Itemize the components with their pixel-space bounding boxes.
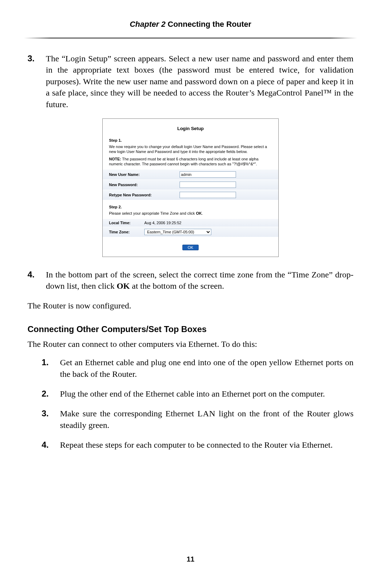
step2-label: Step 2. (109, 205, 272, 209)
step-number: 4. (42, 439, 60, 451)
step-text: In the bottom part of the screen, select… (46, 269, 353, 292)
text-pre: Make sure the corresponding Ethernet (60, 409, 198, 418)
retype-password-input[interactable] (180, 192, 236, 198)
note-body: The password must be at least 6 characte… (109, 157, 259, 166)
step-number: 3. (28, 53, 46, 110)
content: 3. The “Login Setup” screen appears. Sel… (24, 53, 357, 451)
login-setup-panel: Login Setup Step 1. We now require you t… (102, 118, 279, 257)
section-intro: The Router can connect to other computer… (28, 338, 353, 350)
panel-title: Login Setup (103, 119, 278, 136)
config-done-text: The Router is now configured. (28, 300, 353, 311)
step-number: 4. (28, 269, 46, 292)
step1-intro: We now require you to change your defaul… (109, 145, 272, 154)
step2-intro: Please select your apropriate Time Zone … (109, 211, 272, 216)
header-separator (24, 37, 357, 39)
step-3: 3. The “Login Setup” screen appears. Sel… (28, 53, 353, 110)
step-number: 1. (42, 357, 60, 380)
step-text: Repeat these steps for each computer to … (60, 439, 353, 451)
step1-label: Step 1. (109, 138, 272, 142)
running-header: Chapter 2 Connecting the Router (24, 0, 357, 37)
row-local-time: Local Time: Aug 4, 2006 19:25:52 (103, 219, 278, 227)
sub-step-2: 2. Plug the other end of the Ethernet ca… (42, 388, 353, 399)
ok-word: OK (117, 281, 130, 290)
step2-intro-ok: OK (196, 211, 202, 215)
sub-step-3: 3. Make sure the corresponding Ethernet … (42, 408, 353, 431)
step-text: Plug the other end of the Ethernet cable… (60, 388, 353, 399)
sub-step-1: 1. Get an Ethernet cable and plug one en… (42, 357, 353, 380)
new-user-input[interactable] (180, 171, 236, 178)
text-post: at the bottom of the screen. (130, 281, 224, 290)
section-heading: Connecting Other Computers/Set Top Boxes (28, 324, 353, 334)
step-text: Get an Ethernet cable and plug one end i… (60, 357, 353, 380)
row-retype-password: Retype New Password: (103, 190, 278, 200)
step-text: The “Login Setup” screen appears. Select… (46, 53, 353, 110)
step-4: 4. In the bottom part of the screen, sel… (28, 269, 353, 292)
substeps: 1. Get an Ethernet cable and plug one en… (28, 357, 353, 451)
time-zone-label: Time Zone: (109, 230, 144, 234)
ok-button[interactable]: OK (182, 245, 199, 250)
step-text: Make sure the corresponding Ethernet LAN… (60, 408, 353, 431)
ok-button-wrap: OK (109, 245, 272, 250)
new-password-label: New Password: (109, 183, 180, 187)
row-new-user: New User Name: (103, 170, 278, 179)
new-password-input[interactable] (180, 182, 236, 188)
lan-word: LAN (198, 409, 216, 418)
login-setup-panel-wrap: Login Setup Step 1. We now require you t… (28, 118, 353, 257)
step-number: 3. (42, 408, 60, 431)
row-new-password: New Password: (103, 180, 278, 190)
local-time-label: Local Time: (109, 221, 144, 225)
chapter-title: Connecting the Router (168, 20, 251, 29)
time-zone-select[interactable]: Eastern_Time (GMT-05:00) (144, 229, 211, 235)
new-user-label: New User Name: (109, 172, 180, 177)
row-time-zone: Time Zone: Eastern_Time (GMT-05:00) (103, 227, 278, 237)
retype-password-label: Retype New Password: (109, 193, 180, 197)
chapter-label: Chapter 2 (130, 20, 165, 29)
step2-intro-pre: Please select your apropriate Time Zone … (109, 211, 196, 215)
step-number: 2. (42, 388, 60, 399)
step1-note: NOTE: The password must be at least 6 ch… (109, 157, 272, 167)
sub-step-4: 4. Repeat these steps for each computer … (42, 439, 353, 451)
step2-intro-post: . (202, 211, 203, 215)
note-label: NOTE: (109, 157, 121, 161)
local-time-value: Aug 4, 2006 19:25:52 (144, 221, 181, 225)
page: Chapter 2 Connecting the Router 3. The “… (0, 0, 381, 451)
page-number: 11 (0, 555, 381, 563)
